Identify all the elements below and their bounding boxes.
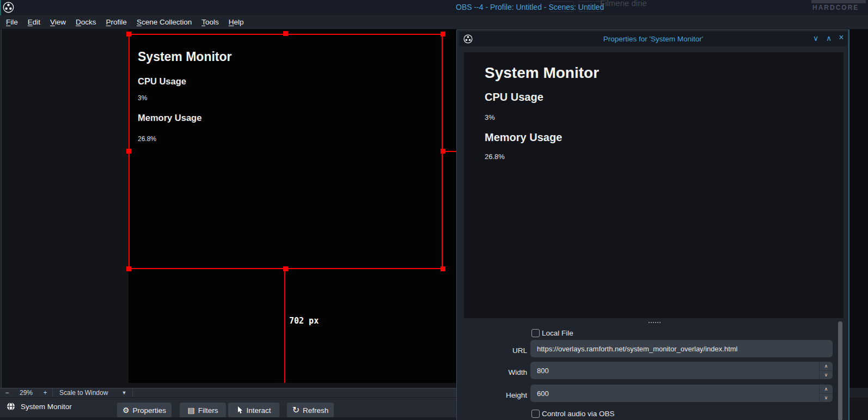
gear-icon: ⚙: [123, 406, 130, 414]
spinner-up-icon[interactable]: ∧: [820, 385, 833, 394]
height-label: Height: [463, 391, 527, 399]
menu-help[interactable]: Help: [225, 18, 248, 26]
menu-profile[interactable]: Profile: [102, 18, 131, 26]
control-audio-checkbox[interactable]: [531, 410, 540, 418]
resize-handle-top-left[interactable]: [126, 32, 131, 36]
source-name: System Monitor: [21, 403, 72, 411]
refresh-icon: ↻: [292, 406, 299, 415]
background-window-logo-fragment: [811, 0, 866, 3]
zoom-out-button[interactable]: −: [0, 389, 14, 397]
local-file-checkbox[interactable]: [531, 329, 540, 337]
splitter-handle[interactable]: [649, 322, 661, 324]
source-selection-rect[interactable]: [129, 34, 443, 269]
local-file-label: Local File: [542, 329, 573, 337]
preview-zoom-bar: − 29% + Scale to Window ▼: [0, 388, 456, 397]
resize-handle-bottom-right[interactable]: [441, 266, 445, 271]
menu-edit[interactable]: Edit: [24, 18, 44, 26]
source-toolbar: System Monitor ⚙ Properties ▤ Filters In…: [0, 397, 456, 417]
zoom-level-value: 29%: [14, 389, 38, 397]
resize-handle-mid-right[interactable]: [441, 149, 445, 154]
overlay-mem-value: 26.8%: [485, 153, 505, 161]
dialog-scrollbar[interactable]: [838, 321, 842, 420]
dock-edge-line: [1, 29, 2, 388]
spinner-up-icon[interactable]: ∧: [820, 362, 833, 371]
obs-logo-icon: [3, 2, 14, 13]
background-window-text: Filmene dine: [600, 0, 647, 8]
interact-button[interactable]: Interact: [228, 403, 279, 418]
url-input[interactable]: [530, 340, 833, 357]
dialog-titlebar[interactable]: Properties for 'System Monitor' ∨ ∧ ×: [459, 32, 847, 46]
scale-mode-label: Scale to Window: [53, 389, 113, 397]
menu-docks[interactable]: Docks: [72, 18, 100, 26]
resize-handle-bottom-center[interactable]: [283, 266, 288, 271]
preview-canvas-area: System Monitor CPU Usage 3% Memory Usage…: [0, 29, 456, 388]
zoom-in-button[interactable]: +: [38, 389, 52, 397]
filter-icon: ▤: [188, 406, 195, 414]
browser-source-globe-icon: [7, 402, 15, 411]
height-spinner: ∧ ∨: [819, 385, 833, 402]
url-label: URL: [463, 346, 527, 355]
pointer-icon: [236, 406, 243, 414]
obs-window: Filmene dine HARDCORE OBS --4 - Profile:…: [0, 0, 868, 420]
scale-mode-dropdown[interactable]: ▼: [116, 390, 132, 395]
overlay-cpu-label: CPU Usage: [485, 91, 543, 104]
selected-source-item[interactable]: System Monitor: [7, 402, 72, 411]
titlebar: Filmene dine HARDCORE OBS --4 - Profile:…: [0, 0, 868, 15]
chevron-up-icon[interactable]: ∧: [823, 34, 834, 42]
filters-button[interactable]: ▤ Filters: [180, 403, 226, 418]
chevron-down-icon[interactable]: ∨: [810, 34, 821, 42]
menubar: File Edit View Docks Profile Scene Colle…: [0, 15, 868, 29]
distance-guide-horizontal: [445, 151, 456, 152]
dialog-title: Properties for 'System Monitor': [459, 35, 847, 43]
width-label: Width: [463, 368, 527, 376]
resize-handle-bottom-left[interactable]: [126, 266, 131, 271]
background-window-watermark: HARDCORE: [812, 4, 859, 11]
properties-button[interactable]: ⚙ Properties: [117, 403, 172, 418]
resize-handle-mid-left[interactable]: [126, 149, 131, 154]
refresh-button[interactable]: ↻ Refresh: [287, 403, 334, 418]
menu-file[interactable]: File: [2, 18, 22, 26]
menu-view[interactable]: View: [46, 18, 70, 26]
width-spinner: ∧ ∨: [819, 362, 833, 379]
background-window-band: [849, 398, 868, 420]
menu-tools[interactable]: Tools: [198, 18, 223, 26]
background-window-band: [849, 388, 868, 398]
properties-dialog: Properties for 'System Monitor' ∨ ∧ × Sy…: [456, 29, 848, 420]
toolbar-footer: [0, 417, 456, 420]
spinner-down-icon[interactable]: ∨: [820, 394, 833, 403]
width-input[interactable]: [530, 362, 833, 379]
window-title: OBS --4 - Profile: Untitled - Scenes: Un…: [456, 3, 604, 11]
overlay-cpu-value: 3%: [485, 113, 495, 121]
resize-handle-top-center[interactable]: [283, 31, 288, 36]
divider: [132, 388, 133, 398]
control-audio-label: Control audio via OBS: [542, 410, 615, 418]
titlebar-accent: [0, 0, 1, 15]
distance-guide-label: 702 px: [289, 316, 319, 326]
dialog-source-preview: System Monitor CPU Usage 3% Memory Usage…: [464, 52, 843, 318]
menu-scene-collection[interactable]: Scene Collection: [133, 18, 195, 26]
overlay-mem-label: Memory Usage: [485, 131, 562, 144]
background-window-strip: [849, 29, 868, 420]
close-icon[interactable]: ×: [836, 33, 847, 42]
height-input[interactable]: [530, 385, 833, 402]
overlay-title: System Monitor: [485, 64, 599, 82]
resize-handle-top-right[interactable]: [441, 32, 445, 36]
distance-guide-vertical: [284, 271, 285, 383]
spinner-down-icon[interactable]: ∨: [820, 371, 833, 380]
